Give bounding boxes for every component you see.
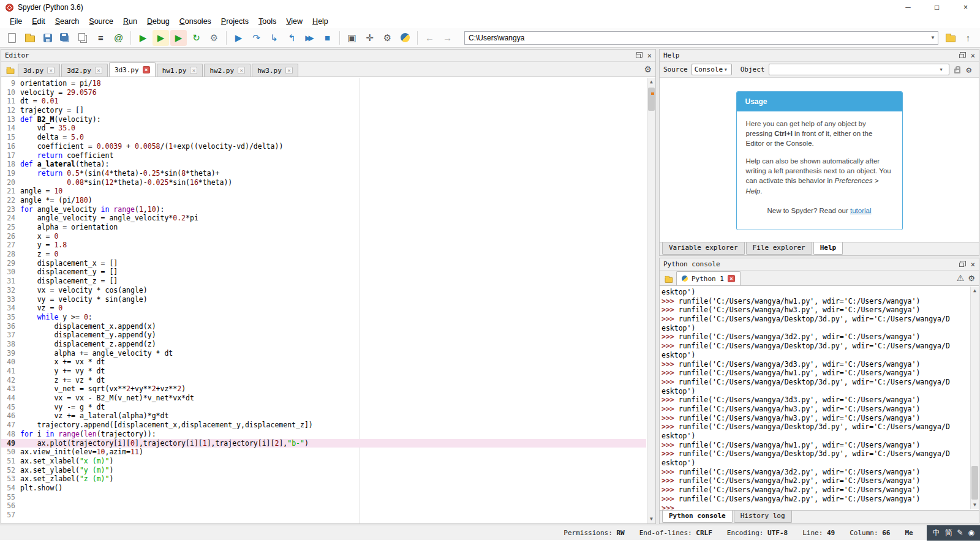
scroll-down-icon[interactable]: ▼ [971,501,979,509]
menu-projects[interactable]: Projects [216,16,254,27]
scroll-down-icon[interactable]: ▼ [647,515,655,523]
editor-tab-hw3-py[interactable]: hw3.py× [252,64,298,77]
debug-continue-button[interactable]: ▶▶ [301,30,318,46]
new-file-button[interactable] [4,30,20,46]
code-line-24[interactable]: 24 angle_velocity = angle_velocity*0.2*p… [1,214,646,223]
scroll-up-icon[interactable]: ▲ [647,78,655,86]
code-line-31[interactable]: 31 displacement_z = [] [1,277,646,286]
code-line-53[interactable]: 53ax.set_zlabel("z (m)") [1,474,646,484]
step-return-button[interactable]: ↰ [284,30,300,46]
code-line-30[interactable]: 30 displacement_y = [] [1,268,646,277]
nav-forward-button[interactable]: → [439,30,456,46]
code-line-18[interactable]: 18def a_lateral(theta): [1,160,646,169]
code-line-27[interactable]: 27 y = 1.8 [1,241,646,250]
menu-source[interactable]: Source [84,16,118,27]
editor-tab-3d2-py[interactable]: 3d2.py× [61,64,108,77]
code-line-10[interactable]: 10velocity = 29.0576 [1,88,646,97]
close-tab-icon[interactable]: × [190,67,197,74]
editor-tab-hw1-py[interactable]: hw1.py× [157,64,203,77]
symbol-finder-button[interactable]: @ [110,30,127,46]
code-line-36[interactable]: 36 displacement_x.append(x) [1,322,646,331]
save-all-button[interactable] [57,30,74,46]
step-over-button[interactable]: ↷ [248,30,265,46]
run-cell-advance-button[interactable]: ▶ [170,30,187,46]
menu-tools[interactable]: Tools [254,16,281,27]
code-line-42[interactable]: 42 z += vz * dt [1,376,646,385]
tab-file-explorer[interactable]: File explorer [746,242,812,255]
lock-icon[interactable] [954,69,960,73]
tab-python-console[interactable]: Python console [662,511,733,523]
minimize-button[interactable]: ─ [894,0,922,15]
code-line-12[interactable]: 12trajectory = [] [1,106,646,115]
object-combo[interactable]: ▼ [769,64,949,75]
code-line-26[interactable]: 26 x = 0 [1,232,646,241]
menu-consoles[interactable]: Consoles [175,16,216,27]
re-run-button[interactable]: ↻ [188,30,205,46]
code-line-46[interactable]: 46 vz += a_lateral(alpha)*g*dt [1,411,646,421]
menu-run[interactable]: Run [118,16,142,27]
close-pane-icon[interactable]: × [971,52,975,59]
code-line-20[interactable]: 20 0.08*sin(12*theta)-0.025*sin(16*theta… [1,178,646,187]
code-line-56[interactable]: 56 [1,501,646,511]
working-directory-input[interactable] [465,34,928,42]
close-pane-icon[interactable]: × [647,52,652,59]
tutorial-link[interactable]: tutorial [850,207,872,214]
working-directory-combo[interactable]: ▼ [464,31,938,45]
help-options-gear-icon[interactable]: ⚙ [967,65,971,75]
code-line-45[interactable]: 45 vy -= g * dt [1,403,646,412]
chevron-down-icon[interactable]: ▼ [928,35,938,40]
ime-indicator[interactable]: 中简✎◉ [927,525,980,541]
source-select[interactable]: Console ▼ [692,64,732,75]
code-line-57[interactable]: 57 [1,511,646,520]
code-line-17[interactable]: 17 return coefficient [1,151,646,160]
debug-stop-button[interactable]: ■ [319,30,336,46]
code-line-43[interactable]: 43 v_net = sqrt(vx**2+vy**2+vz**2) [1,384,646,394]
menu-debug[interactable]: Debug [142,16,175,27]
code-line-41[interactable]: 41 y += vy * dt [1,367,646,376]
editor-tab-hw2-py[interactable]: hw2.py× [204,64,251,77]
undock-pane-icon[interactable] [959,54,964,58]
scroll-up-icon[interactable]: ▲ [971,287,979,295]
python-path-manager-button[interactable] [397,30,413,46]
code-line-13[interactable]: 13def B2_M(velocity): [1,115,646,124]
console-scrollbar[interactable]: ▲ ▼ [970,287,979,509]
browse-tabs-button[interactable] [662,272,676,285]
tab-help[interactable]: Help [813,242,843,255]
browse-directory-button[interactable] [942,30,959,46]
close-tab-icon[interactable]: × [143,66,150,73]
menu-file[interactable]: File [5,16,27,27]
step-into-button[interactable]: ↳ [266,30,282,46]
close-tab-icon[interactable]: × [285,67,293,74]
scrollbar-thumb[interactable] [971,466,978,500]
code-line-34[interactable]: 34 vz = 0 [1,304,646,313]
fullscreen-button[interactable]: ✛ [361,30,378,46]
code-line-9[interactable]: 9orientation = pi/18 [1,79,646,88]
code-line-35[interactable]: 35 while y >= 0: [1,313,646,322]
tab-variable-explorer[interactable]: Variable explorer [662,242,745,255]
code-line-32[interactable]: 32 vx = velocity * cos(angle) [1,286,646,295]
maximize-button[interactable]: □ [922,0,951,15]
maximize-pane-button[interactable]: ▣ [344,30,360,46]
editor-options-gear-icon[interactable]: ⚙ [644,64,652,74]
editor-tab-3d3-py[interactable]: 3d3.py× [109,62,156,77]
code-line-28[interactable]: 28 z = 0 [1,250,646,259]
code-line-55[interactable]: 55 [1,493,646,502]
close-tab-icon[interactable]: × [47,67,55,74]
code-line-40[interactable]: 40 x += vx * dt [1,358,646,367]
run-file-button[interactable]: ▶ [135,30,151,46]
open-file-button[interactable] [21,30,38,46]
undock-pane-icon[interactable] [959,263,964,267]
run-configuration-button[interactable]: ⚙ [206,30,222,46]
code-line-47[interactable]: 47 trajectory.append([displacement_x,dis… [1,421,646,430]
scrollbar-thumb[interactable] [648,88,655,111]
code-line-39[interactable]: 39 alpha += angle_velocity * dt [1,349,646,358]
code-line-51[interactable]: 51ax.set_xlabel("x (m)") [1,457,646,466]
code-line-33[interactable]: 33 vy = velocity * sin(angle) [1,295,646,304]
run-cell-button[interactable]: ▶ [153,30,169,46]
code-line-14[interactable]: 14 vd = 35.0 [1,124,646,133]
console-tab-python-1[interactable]: Python 1 × [676,271,741,285]
code-line-49[interactable]: 49 ax.plot(trajectory[i][0],trajectory[i… [1,439,646,448]
file-switcher-button[interactable]: ≡ [92,30,109,46]
close-tab-icon[interactable]: × [95,67,102,74]
code-line-38[interactable]: 38 displacement_z.append(z) [1,340,646,349]
